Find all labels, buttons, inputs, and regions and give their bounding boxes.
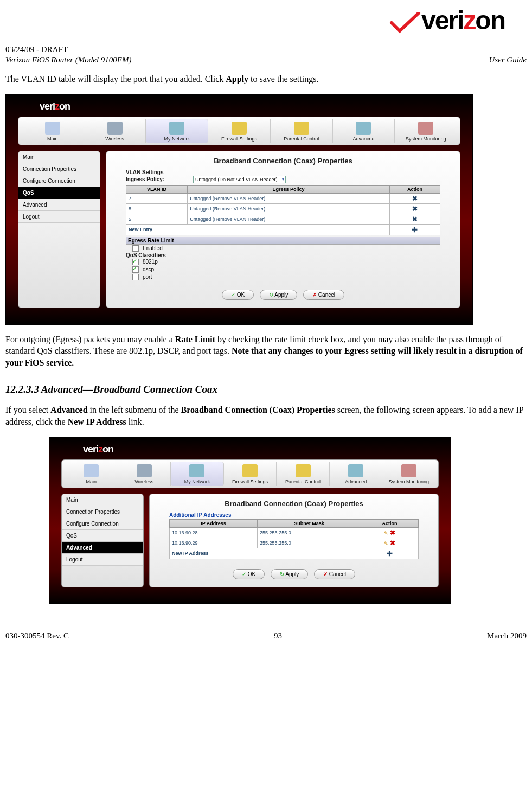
edit-icon[interactable]: ✎: [384, 541, 388, 546]
top-nav: MainWirelessMy NetworkFirewall SettingsP…: [18, 117, 460, 145]
nav-label: My Network: [172, 479, 222, 484]
ingress-select[interactable]: Untagged (Do Not Add VLAN Header): [193, 176, 286, 183]
ok-button[interactable]: ✓ OK: [233, 569, 265, 579]
screenshot-qos: verizon MainWirelessMy NetworkFirewall S…: [5, 94, 473, 325]
table-row: 10.16.90.28255.255.255.0✎ ✖: [170, 527, 419, 538]
panel-title: Broadband Connection (Coax) Properties: [153, 497, 435, 512]
router-logo: verizon: [61, 442, 439, 459]
page-footer: 030-300554 Rev. C 93 March 2009: [0, 631, 532, 645]
nav-label: My Network: [147, 136, 207, 142]
nav-label: System Monitoring: [383, 479, 434, 484]
paragraph-1: The VLAN ID table will display the port …: [5, 73, 527, 85]
nav-item-wireless[interactable]: Wireless: [84, 119, 146, 143]
nav-label: Advanced: [334, 136, 394, 142]
cancel-button[interactable]: ✗ Cancel: [314, 569, 355, 579]
table-row: 10.16.90.29255.255.255.0✎ ✖: [170, 538, 419, 548]
nav-item-main[interactable]: Main: [65, 462, 118, 486]
nav-item-advanced[interactable]: Advanced: [330, 462, 383, 486]
ok-button[interactable]: ✓ OK: [222, 290, 254, 300]
nav-label: Advanced: [331, 479, 381, 484]
sidebar-item-logout[interactable]: Logout: [18, 211, 100, 223]
apply-button[interactable]: ↻ Apply: [271, 569, 308, 579]
delete-icon[interactable]: ✖: [390, 529, 395, 536]
checkbox-8021p[interactable]: [132, 259, 139, 265]
nav-label: Main: [23, 136, 82, 142]
vlan-settings-label: VLAN Settings: [126, 169, 440, 175]
nav-label: Wireless: [85, 136, 145, 142]
logo-text: veri: [421, 6, 463, 35]
sidebar-item-configure-connection[interactable]: Configure Connection: [18, 175, 100, 187]
verizon-logo: verizon: [5, 5, 527, 35]
nav-item-system-monitoring[interactable]: System Monitoring: [382, 462, 435, 486]
button-row: ✓ OK ↻ Apply ✗ Cancel: [169, 560, 419, 584]
nav-item-my-network[interactable]: My Network: [171, 462, 224, 486]
nav-icon: [242, 464, 258, 477]
new-entry-link[interactable]: New Entry: [126, 224, 390, 235]
add-icon[interactable]: ✚: [389, 224, 440, 235]
table-row: 8Untagged (Remove VLAN Header)✖: [126, 203, 440, 214]
sidebar-item-qos[interactable]: QoS: [62, 530, 143, 542]
nav-item-parental-control[interactable]: Parental Control: [277, 462, 330, 486]
add-icon[interactable]: ✚: [361, 548, 418, 559]
apply-button[interactable]: ↻ Apply: [260, 290, 297, 300]
nav-label: Parental Control: [278, 479, 328, 484]
nav-item-firewall-settings[interactable]: Firewall Settings: [208, 119, 271, 143]
nav-icon: [107, 122, 123, 135]
sidebar-item-advanced[interactable]: Advanced: [62, 542, 143, 554]
qos-classifiers-label: QoS Classifiers: [126, 252, 440, 258]
cancel-button[interactable]: ✗ Cancel: [303, 290, 344, 300]
delete-icon[interactable]: ✖: [389, 203, 440, 214]
enabled-label: Enabled: [143, 245, 163, 251]
screenshot-advanced: verizon MainWirelessMy NetworkFirewall S…: [49, 437, 451, 604]
vlan-table: VLAN IDEgress PolicyAction7Untagged (Rem…: [126, 185, 440, 235]
ip-table: IP AddressSubnet MaskAction10.16.90.2825…: [169, 519, 419, 559]
nav-icon: [401, 464, 416, 477]
sidebar-item-qos[interactable]: QoS: [18, 187, 100, 199]
checkbox-label: dscp: [143, 266, 154, 272]
nav-item-main[interactable]: Main: [22, 119, 84, 143]
paragraph-3: If you select Advanced in the left subme…: [5, 404, 527, 427]
sidebar-item-advanced[interactable]: Advanced: [18, 199, 100, 211]
col-header: VLAN ID: [126, 185, 188, 193]
main-panel: Broadband Connection (Coax) Properties A…: [149, 494, 439, 587]
checkbox-label: 8021p: [143, 259, 158, 265]
delete-icon[interactable]: ✖: [390, 539, 395, 547]
ingress-label: Ingress Policy:: [126, 176, 191, 182]
delete-icon[interactable]: ✖: [389, 193, 440, 203]
nav-item-parental-control[interactable]: Parental Control: [271, 119, 333, 143]
panel-title: Broadband Connection (Coax) Properties: [110, 155, 457, 169]
sidebar-item-connection-properties[interactable]: Connection Properties: [18, 163, 100, 175]
nav-icon: [294, 122, 309, 135]
nav-icon: [348, 464, 363, 477]
edit-icon[interactable]: ✎: [384, 531, 388, 536]
router-logo: verizon: [18, 99, 460, 117]
nav-label: Firewall Settings: [209, 136, 269, 142]
egress-rate-limit-header: Egress Rate Limit: [126, 237, 440, 245]
doc-type: User Guide: [489, 55, 527, 65]
sidebar-item-main[interactable]: Main: [18, 151, 100, 163]
sidebar-item-main[interactable]: Main: [62, 494, 143, 506]
sidebar-item-logout[interactable]: Logout: [62, 554, 143, 566]
enabled-checkbox[interactable]: [132, 245, 139, 252]
nav-item-my-network[interactable]: My Network: [146, 119, 208, 143]
col-header: Subnet Mask: [258, 519, 361, 527]
delete-icon[interactable]: ✖: [389, 214, 440, 224]
section-heading: 12.2.3.3 Advanced—Broadband Connection C…: [5, 384, 527, 395]
new-ip-link[interactable]: New IP Address: [170, 548, 361, 559]
table-row: 7Untagged (Remove VLAN Header)✖: [126, 193, 440, 203]
nav-item-system-monitoring[interactable]: System Monitoring: [395, 119, 457, 143]
checkbox-port[interactable]: [132, 274, 139, 280]
nav-label: Wireless: [119, 479, 170, 484]
nav-icon: [189, 464, 204, 477]
nav-icon: [137, 464, 152, 477]
checkbox-dscp[interactable]: [132, 266, 139, 273]
nav-icon: [356, 122, 371, 135]
nav-item-advanced[interactable]: Advanced: [333, 119, 395, 143]
footer-left: 030-300554 Rev. C: [5, 631, 69, 641]
nav-item-firewall-settings[interactable]: Firewall Settings: [224, 462, 277, 486]
sidebar-item-configure-connection[interactable]: Configure Connection: [62, 518, 143, 530]
left-sidebar: MainConnection PropertiesConfigure Conne…: [61, 494, 144, 587]
nav-icon: [296, 464, 311, 477]
sidebar-item-connection-properties[interactable]: Connection Properties: [62, 506, 143, 518]
nav-item-wireless[interactable]: Wireless: [118, 462, 171, 486]
